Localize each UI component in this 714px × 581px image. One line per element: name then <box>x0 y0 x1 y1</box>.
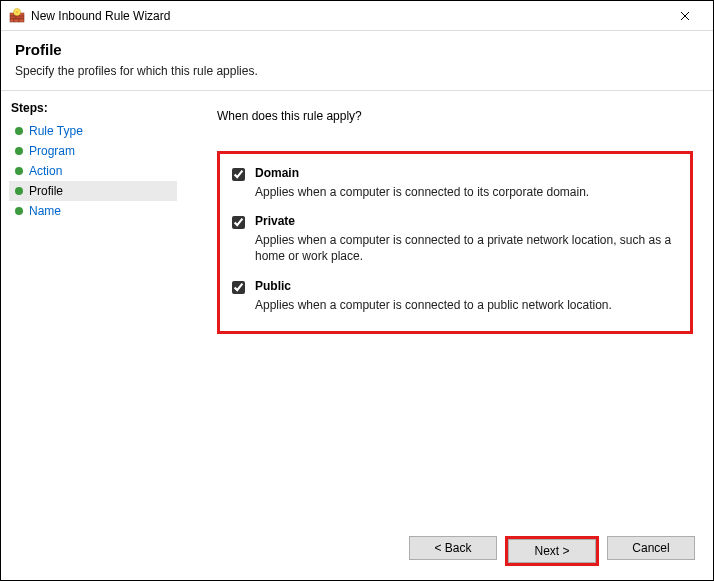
back-button[interactable]: < Back <box>409 536 497 560</box>
option-text: Private Applies when a computer is conne… <box>255 214 676 264</box>
step-name[interactable]: Name <box>9 201 177 221</box>
svg-point-10 <box>15 10 18 13</box>
option-private-label: Private <box>255 214 676 228</box>
wizard-header: Profile Specify the profiles for which t… <box>1 31 713 91</box>
option-domain-label: Domain <box>255 166 589 180</box>
firewall-icon <box>9 8 25 24</box>
close-button[interactable] <box>665 8 705 24</box>
step-label: Rule Type <box>29 124 83 138</box>
svg-rect-1 <box>10 13 14 16</box>
option-text: Domain Applies when a computer is connec… <box>255 166 589 200</box>
profile-options-highlight: Domain Applies when a computer is connec… <box>217 151 693 334</box>
step-label: Profile <box>29 184 63 198</box>
option-public-row: Public Applies when a computer is connec… <box>232 279 676 313</box>
bullet-icon <box>15 127 23 135</box>
bullet-icon <box>15 167 23 175</box>
wizard-window: New Inbound Rule Wizard Profile Specify … <box>0 0 714 581</box>
checkbox-domain[interactable] <box>232 168 245 181</box>
option-public-label: Public <box>255 279 612 293</box>
page-subtitle: Specify the profiles for which this rule… <box>15 64 699 78</box>
option-domain-desc: Applies when a computer is connected to … <box>255 184 589 200</box>
window-title: New Inbound Rule Wizard <box>31 9 665 23</box>
checkbox-public[interactable] <box>232 281 245 294</box>
profile-prompt: When does this rule apply? <box>217 109 693 123</box>
next-button[interactable]: Next > <box>508 539 596 563</box>
main-panel: When does this rule apply? Domain Applie… <box>185 91 713 526</box>
svg-rect-5 <box>16 16 24 19</box>
steps-heading: Steps: <box>9 101 177 115</box>
next-button-highlight: Next > <box>505 536 599 566</box>
cancel-button[interactable]: Cancel <box>607 536 695 560</box>
svg-rect-8 <box>19 19 24 22</box>
option-public-desc: Applies when a computer is connected to … <box>255 297 612 313</box>
option-private-desc: Applies when a computer is connected to … <box>255 232 676 264</box>
checkbox-private[interactable] <box>232 216 245 229</box>
option-private-row: Private Applies when a computer is conne… <box>232 214 676 264</box>
svg-rect-6 <box>10 19 14 22</box>
step-rule-type[interactable]: Rule Type <box>9 121 177 141</box>
bullet-icon <box>15 187 23 195</box>
bullet-icon <box>15 207 23 215</box>
wizard-footer: < Back Next > Cancel <box>1 526 713 580</box>
step-profile[interactable]: Profile <box>9 181 177 201</box>
step-action[interactable]: Action <box>9 161 177 181</box>
titlebar: New Inbound Rule Wizard <box>1 1 713 31</box>
svg-rect-7 <box>14 19 19 22</box>
step-label: Program <box>29 144 75 158</box>
wizard-body: Steps: Rule Type Program Action Profile … <box>1 91 713 526</box>
svg-rect-4 <box>10 16 16 19</box>
steps-sidebar: Steps: Rule Type Program Action Profile … <box>1 91 185 526</box>
option-text: Public Applies when a computer is connec… <box>255 279 612 313</box>
step-label: Action <box>29 164 62 178</box>
step-label: Name <box>29 204 61 218</box>
step-program[interactable]: Program <box>9 141 177 161</box>
page-title: Profile <box>15 41 699 58</box>
bullet-icon <box>15 147 23 155</box>
option-domain-row: Domain Applies when a computer is connec… <box>232 166 676 200</box>
